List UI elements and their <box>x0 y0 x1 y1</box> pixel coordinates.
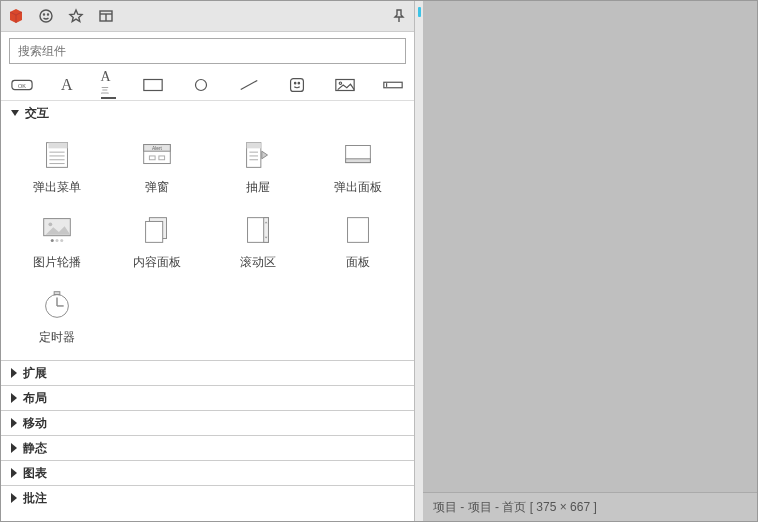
component-label: 内容面板 <box>133 254 181 271</box>
section-header-annotate[interactable]: 批注 <box>1 486 414 510</box>
svg-point-41 <box>60 239 63 242</box>
section-annotate: 批注 <box>1 486 414 510</box>
component-label: 抽屉 <box>246 179 270 196</box>
svg-rect-45 <box>263 218 268 243</box>
chevron-right-icon <box>11 468 17 478</box>
svg-point-2 <box>48 14 49 15</box>
section-header-extend[interactable]: 扩展 <box>1 361 414 385</box>
component-label: 弹出菜单 <box>33 179 81 196</box>
component-label: 滚动区 <box>240 254 276 271</box>
section-title: 图表 <box>23 465 47 482</box>
text-shape[interactable]: A <box>59 76 75 94</box>
rectangle-shape[interactable] <box>142 76 164 94</box>
status-bar: 项目 - 项目 - 首页 [ 375 × 667 ] <box>423 492 757 521</box>
component-label: 图片轮播 <box>33 254 81 271</box>
svg-point-13 <box>294 82 295 83</box>
section-interaction: 交互 弹出菜单 Alert 弹窗 抽屉 弹出面板 <box>1 101 414 361</box>
component-drawer[interactable]: 抽屉 <box>208 133 308 202</box>
carousel-icon <box>37 214 77 246</box>
svg-rect-31 <box>246 143 260 149</box>
svg-rect-12 <box>291 79 304 92</box>
svg-point-14 <box>298 82 299 83</box>
line-shape[interactable] <box>238 76 260 94</box>
component-grid: 弹出菜单 Alert 弹窗 抽屉 弹出面板 图片轮播 <box>1 125 414 360</box>
section-title: 移动 <box>23 415 47 432</box>
svg-rect-20 <box>49 143 68 149</box>
svg-line-11 <box>241 80 258 89</box>
svg-rect-43 <box>146 221 163 242</box>
status-text: 项目 - 项目 - 首页 [ 375 × 667 ] <box>433 499 597 516</box>
svg-point-10 <box>196 80 207 91</box>
chevron-right-icon <box>11 418 17 428</box>
popout-menu-icon <box>37 139 77 171</box>
search-input[interactable] <box>16 43 399 59</box>
component-popup[interactable]: Alert 弹窗 <box>107 133 207 202</box>
section-header-static[interactable]: 静态 <box>1 436 414 460</box>
pin-icon[interactable] <box>390 7 408 25</box>
section-header-chart[interactable]: 图表 <box>1 461 414 485</box>
section-header-mobile[interactable]: 移动 <box>1 411 414 435</box>
component-panel[interactable]: 面板 <box>308 208 408 277</box>
section-title: 批注 <box>23 490 47 507</box>
section-layout: 布局 <box>1 386 414 411</box>
svg-point-39 <box>51 239 54 242</box>
component-scroll-area[interactable]: 滚动区 <box>208 208 308 277</box>
component-label: 面板 <box>346 254 370 271</box>
chevron-right-icon <box>11 443 17 453</box>
drawer-icon <box>238 139 278 171</box>
timer-icon <box>37 289 77 321</box>
components-panel: OK A A三 交互 弹出菜单 Alert 弹窗 <box>1 1 415 521</box>
star-icon[interactable] <box>67 7 85 25</box>
smiley-shape[interactable] <box>286 76 308 94</box>
smiley-icon[interactable] <box>37 7 55 25</box>
component-timer[interactable]: 定时器 <box>7 283 107 352</box>
component-label: 弹出面板 <box>334 179 382 196</box>
input-shape[interactable] <box>382 76 404 94</box>
section-title: 静态 <box>23 440 47 457</box>
popup-icon: Alert <box>137 139 177 171</box>
canvas-area[interactable]: 项目 - 项目 - 首页 [ 375 × 667 ] <box>423 1 757 521</box>
svg-rect-9 <box>144 80 162 91</box>
image-shape[interactable] <box>334 76 356 94</box>
chevron-right-icon <box>11 493 17 503</box>
section-title: 扩展 <box>23 365 47 382</box>
component-popout-menu[interactable]: 弹出菜单 <box>7 133 107 202</box>
svg-rect-46 <box>347 218 368 243</box>
svg-rect-36 <box>346 159 371 163</box>
component-label: 弹窗 <box>145 179 169 196</box>
chevron-right-icon <box>11 368 17 378</box>
svg-rect-50 <box>54 292 60 295</box>
svg-text:Alert: Alert <box>152 146 162 151</box>
component-popout-panel[interactable]: 弹出面板 <box>308 133 408 202</box>
quick-shapes: OK A A三 <box>1 70 414 101</box>
circle-shape[interactable] <box>190 76 212 94</box>
content-panel-icon <box>137 214 177 246</box>
section-chart: 图表 <box>1 461 414 486</box>
section-title: 布局 <box>23 390 47 407</box>
svg-point-0 <box>40 10 52 22</box>
svg-point-1 <box>44 14 45 15</box>
svg-point-40 <box>56 239 59 242</box>
section-header-interaction[interactable]: 交互 <box>1 101 414 125</box>
component-label: 定时器 <box>39 329 75 346</box>
section-extend: 扩展 <box>1 361 414 386</box>
panel-resize-handle[interactable] <box>415 1 423 521</box>
section-title: 交互 <box>25 105 49 122</box>
cube-icon[interactable] <box>7 7 25 25</box>
ok-button-shape[interactable]: OK <box>11 76 33 94</box>
component-content-panel[interactable]: 内容面板 <box>107 208 207 277</box>
section-header-layout[interactable]: 布局 <box>1 386 414 410</box>
search-input-wrapper[interactable] <box>9 38 406 64</box>
underline-text-shape[interactable]: A三 <box>101 76 117 94</box>
svg-point-38 <box>49 222 53 226</box>
window-icon[interactable] <box>97 7 115 25</box>
svg-text:OK: OK <box>18 83 26 89</box>
scroll-area-icon <box>238 214 278 246</box>
app-window: OK A A三 交互 弹出菜单 Alert 弹窗 <box>0 0 758 522</box>
component-image-carousel[interactable]: 图片轮播 <box>7 208 107 277</box>
panel-icon <box>338 214 378 246</box>
chevron-down-icon <box>11 110 19 116</box>
chevron-right-icon <box>11 393 17 403</box>
section-mobile: 移动 <box>1 411 414 436</box>
popout-panel-icon <box>338 139 378 171</box>
